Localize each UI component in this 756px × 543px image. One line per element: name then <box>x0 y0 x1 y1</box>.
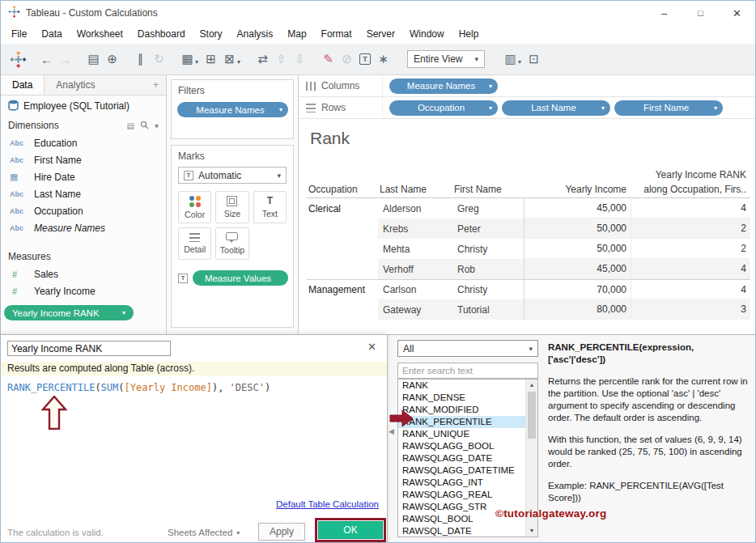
data-source-item[interactable]: Employee (SQL Tutorial) <box>1 95 166 117</box>
field-yearly-income-rank-pill[interactable]: Yearly Income RANK ▾ <box>4 305 134 320</box>
new-data-source-icon[interactable]: ⊕ <box>103 49 121 70</box>
function-item[interactable]: RANK_UNIQUE <box>398 428 537 440</box>
table-cell[interactable]: Greg <box>452 198 524 218</box>
field-hire-date[interactable]: ▦ Hire Date <box>1 168 166 185</box>
function-item[interactable]: RANK <box>398 380 537 392</box>
function-item[interactable]: RAWSQLAGG_REAL <box>398 489 537 501</box>
table-cell[interactable]: 45,000 <box>524 198 631 218</box>
function-item[interactable]: RAWSQLAGG_INT <box>398 477 537 489</box>
column-header-rank-line1[interactable]: Yearly Income RANK <box>631 168 750 182</box>
sort-descending-icon[interactable]: ⇩ <box>291 49 309 70</box>
table-cell[interactable]: Rob <box>452 259 524 279</box>
text-button[interactable]: T Text <box>253 191 287 223</box>
menu-format[interactable]: Format <box>314 25 359 44</box>
sort-fields-caret-icon[interactable]: ▾ <box>155 121 159 130</box>
new-worksheet-caret-icon[interactable]: ▾ <box>195 58 198 66</box>
menu-dashboard[interactable]: Dashboard <box>130 25 193 44</box>
paperclip-icon[interactable]: ⊘ <box>338 49 356 70</box>
table-cell[interactable]: 4 <box>631 259 750 279</box>
function-item-rank-percentile[interactable]: RANK_PERCENTILE <box>398 416 537 428</box>
new-worksheet-icon[interactable]: ▦ <box>178 49 197 70</box>
table-cell[interactable] <box>307 259 378 279</box>
table-cell[interactable]: 50,000 <box>524 218 631 239</box>
function-search-input[interactable] <box>397 363 538 379</box>
scroll-thumb[interactable] <box>528 392 536 439</box>
menu-help[interactable]: Help <box>452 25 486 44</box>
close-icon[interactable]: ✕ <box>367 341 376 353</box>
pill-first-name[interactable]: First Name ▾ <box>614 100 723 116</box>
function-item[interactable]: RAWSQLAGG_DATE <box>398 452 537 465</box>
redo-icon[interactable]: → <box>56 49 74 70</box>
menu-worksheet[interactable]: Worksheet <box>70 25 130 44</box>
column-header-rank-line2[interactable]: along Occupation, Firs.. <box>631 182 750 197</box>
tooltip-button[interactable]: Tooltip <box>215 227 248 260</box>
search-icon[interactable] <box>140 121 149 131</box>
table-cell[interactable] <box>307 299 378 320</box>
field-measure-names[interactable]: Abc Measure Names <box>1 219 166 236</box>
highlight-icon[interactable]: ✎ <box>319 49 338 70</box>
fit-dropdown[interactable]: Entire View ▾ <box>407 50 485 68</box>
sort-ascending-icon[interactable]: ⇧ <box>272 49 291 70</box>
ok-button[interactable]: OK <box>318 521 383 539</box>
field-education[interactable]: Abc Education <box>1 134 166 151</box>
table-cell[interactable]: Peter <box>452 218 524 239</box>
table-cell[interactable]: 50,000 <box>524 239 631 259</box>
presentation-mode-icon[interactable]: ⊡ <box>525 49 543 70</box>
function-item[interactable]: RANK_MODIFIED <box>398 404 537 416</box>
apply-button[interactable]: Apply <box>258 523 305 541</box>
column-header-yearly-income[interactable]: Yearly Income <box>524 182 631 197</box>
close-icon[interactable]: ✕ <box>719 1 755 25</box>
table-cell[interactable]: Christy <box>452 279 524 299</box>
default-table-calculation-link[interactable]: Default Table Calculation <box>276 499 379 509</box>
pill-occupation[interactable]: Occupation ▾ <box>389 100 498 116</box>
menu-file[interactable]: File <box>4 25 34 44</box>
function-item[interactable]: RAWSQLAGG_BOOL <box>398 440 537 452</box>
tab-analytics[interactable]: Analytics <box>45 75 106 95</box>
save-icon[interactable]: ▤ <box>84 49 103 70</box>
table-cell[interactable]: 3 <box>631 299 750 320</box>
column-header-first-name[interactable]: First Name <box>452 182 524 197</box>
show-mark-labels-icon[interactable]: T <box>359 53 371 65</box>
table-cell[interactable]: 45,000 <box>524 259 631 279</box>
scroll-down-icon[interactable]: ▼ <box>526 525 537 537</box>
column-header-occupation[interactable]: Occupation <box>307 182 378 197</box>
formula-editor[interactable]: RANK_PERCENTILE(SUM([Yearly Income]), 'D… <box>7 382 270 393</box>
table-cell[interactable]: 2 <box>631 239 750 259</box>
function-category-dropdown[interactable]: All ▾ <box>397 340 538 357</box>
table-cell[interactable]: 4 <box>631 279 750 299</box>
sheets-affected-dropdown[interactable]: Sheets Affected ▾ <box>168 528 240 537</box>
minimize-icon[interactable]: – <box>646 1 682 25</box>
mark-type-dropdown[interactable]: T Automatic ▾ <box>178 167 287 184</box>
field-occupation[interactable]: Abc Occupation <box>1 202 166 219</box>
scroll-up-icon[interactable]: ▲ <box>526 380 537 391</box>
table-cell[interactable]: 4 <box>631 198 750 218</box>
table-cell[interactable]: Management <box>307 279 378 299</box>
table-cell[interactable]: Christy <box>452 239 524 259</box>
table-cell[interactable]: Gateway <box>378 299 452 320</box>
table-cell[interactable] <box>307 239 378 259</box>
menu-analysis[interactable]: Analysis <box>230 25 281 44</box>
table-cell[interactable] <box>307 218 378 239</box>
clear-sheet-icon[interactable]: ⊠ <box>220 49 239 70</box>
menu-data[interactable]: Data <box>34 25 69 44</box>
pause-updates-icon[interactable]: ∥ <box>131 49 150 70</box>
field-last-name[interactable]: Abc Last Name <box>1 185 166 202</box>
calculation-name-input[interactable] <box>7 341 171 356</box>
table-cell[interactable]: Krebs <box>378 218 452 239</box>
table-cell[interactable]: Verhoff <box>378 259 452 279</box>
pill-last-name[interactable]: Last Name ▾ <box>502 100 610 116</box>
duplic​ate-sheet-icon[interactable]: ⊞ <box>202 49 220 70</box>
table-cell[interactable]: Tutorial <box>452 299 524 320</box>
column-header-last-name[interactable]: Last Name <box>378 182 452 197</box>
function-item[interactable]: RAWSQLAGG_DATETIME <box>398 465 537 477</box>
tableau-logo-icon[interactable] <box>9 49 28 70</box>
detail-button[interactable]: Detail <box>178 227 211 260</box>
table-cell[interactable]: Mehta <box>378 239 452 259</box>
maximize-icon[interactable]: □ <box>682 1 719 25</box>
filter-pill-measure-names[interactable]: Measure Names ▾ <box>177 102 288 117</box>
table-cell[interactable]: Alderson <box>378 198 452 218</box>
menu-map[interactable]: Map <box>280 25 313 44</box>
view-options-icon[interactable]: ▤ <box>127 121 134 130</box>
color-button[interactable]: Color <box>178 191 211 223</box>
field-sales[interactable]: # Sales <box>1 265 166 282</box>
